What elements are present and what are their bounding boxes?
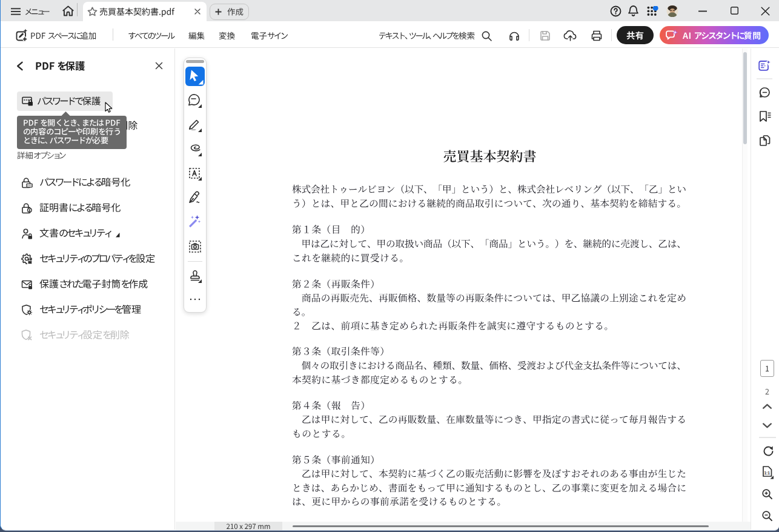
- svg-text:1:1: 1:1: [764, 471, 770, 475]
